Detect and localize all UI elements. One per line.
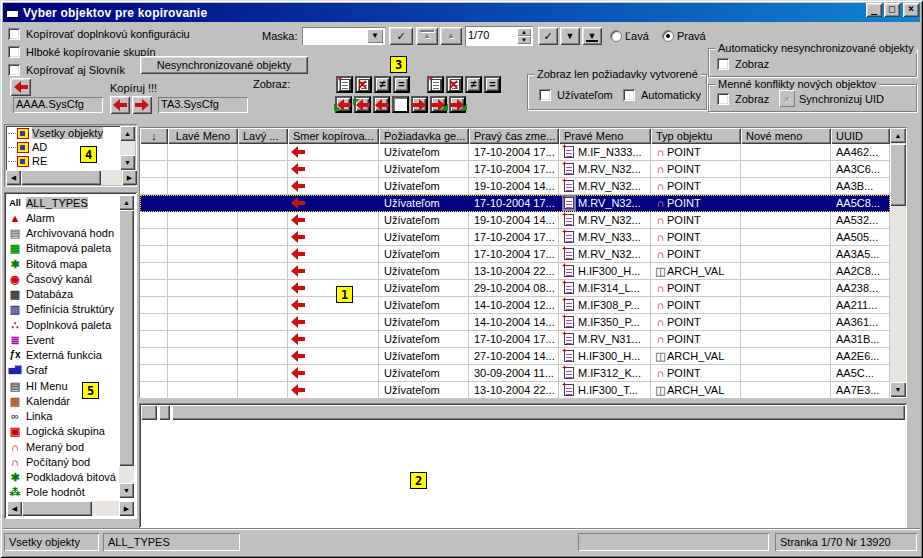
scroll-left-icon[interactable]: ◀ bbox=[6, 170, 21, 185]
filter-right-copy-button[interactable] bbox=[430, 96, 447, 113]
scroll-down-icon[interactable]: ▼ bbox=[890, 382, 906, 397]
M.RV_N32...[interactable]: Užívateľom 19-10-2004 14... M.RV_N32... … bbox=[140, 178, 890, 195]
time-channel-icon[interactable]: Časový kanál bbox=[7, 271, 121, 286]
scrollbar-thumb[interactable] bbox=[21, 170, 101, 185]
show-requests-button[interactable] bbox=[336, 76, 353, 93]
scroll-down-icon[interactable]: ▼ bbox=[119, 483, 134, 498]
filter-left-copy-button[interactable] bbox=[354, 96, 371, 113]
filter-none-button[interactable] bbox=[392, 96, 409, 113]
logical-group-icon[interactable]: Logická skupina bbox=[7, 424, 121, 439]
filter-auto-checkbox[interactable] bbox=[623, 89, 635, 101]
database-icon[interactable]: Databáza bbox=[7, 287, 121, 302]
event-icon[interactable]: Event bbox=[7, 332, 121, 347]
M.IF_N333...[interactable]: Užívateľom 17-10-2004 17... M.IF_N333...… bbox=[140, 144, 890, 161]
M.RV_N33...[interactable]: Užívateľom 17-10-2004 17... M.RV_N33... … bbox=[140, 229, 890, 246]
bitmap-palette-icon[interactable]: Bitmapová paleta bbox=[7, 241, 121, 256]
M.RV_N32...[interactable]: Užívateľom 17-10-2004 17... M.RV_N32... … bbox=[140, 246, 890, 263]
last-page-button[interactable]: ▼ bbox=[582, 27, 602, 45]
M.RV_N32...[interactable]: Užívateľom 17-10-2004 17... M.RV_N32... … bbox=[140, 161, 890, 178]
copy-dictionary-checkbox[interactable] bbox=[8, 64, 20, 76]
column-header[interactable]: Nové meno bbox=[741, 128, 831, 144]
M.IF314_L...[interactable]: Užívateľom 29-10-2004 08... M.IF314_L...… bbox=[140, 280, 890, 297]
show-requests-button-2[interactable] bbox=[427, 76, 444, 93]
mask-combobox[interactable]: ▼ bbox=[302, 27, 385, 45]
scrollbar-thumb[interactable] bbox=[119, 210, 134, 466]
type-horizontal-scrollbar[interactable]: ◀ ▶ bbox=[7, 501, 134, 516]
apply-mask-button[interactable]: ✓ bbox=[389, 27, 413, 45]
copy-direction-button[interactable] bbox=[10, 78, 31, 96]
filter-right-copy-new-button[interactable] bbox=[449, 96, 466, 113]
H.IF300_H...[interactable]: Užívateľom 13-10-2004 22... H.IF300_H...… bbox=[140, 263, 890, 280]
filter-left-button[interactable] bbox=[373, 96, 390, 113]
additional-palette-icon[interactable]: Doplnková paleta bbox=[7, 317, 121, 332]
maximize-button[interactable]: □ bbox=[884, 3, 900, 17]
hide-requests-button-2[interactable] bbox=[446, 76, 463, 93]
spin-down-icon[interactable]: ▼ bbox=[517, 36, 531, 44]
minimize-button[interactable]: _ bbox=[866, 3, 882, 17]
all-types-icon[interactable]: ALL_TYPES bbox=[7, 195, 121, 210]
column-header[interactable]: Lavé Meno bbox=[168, 128, 238, 144]
copy-config-checkbox[interactable] bbox=[8, 28, 20, 40]
spin-up-icon[interactable]: ▲ bbox=[517, 28, 531, 36]
link-icon[interactable]: Linka bbox=[7, 409, 121, 424]
scroll-right-icon[interactable]: ▶ bbox=[122, 170, 137, 185]
tree-item[interactable]: AD bbox=[6, 140, 120, 154]
scroll-up-icon[interactable]: ▲ bbox=[890, 128, 906, 143]
next-page-button[interactable]: ▼ bbox=[560, 27, 580, 45]
tree-horizontal-scrollbar[interactable]: ◀ ▶ bbox=[6, 170, 137, 185]
close-button[interactable]: × bbox=[903, 3, 919, 17]
alarm-icon[interactable]: Alarm bbox=[7, 210, 121, 225]
deep-copy-checkbox[interactable] bbox=[8, 46, 20, 58]
filter-user-checkbox[interactable] bbox=[539, 89, 551, 101]
mask-dropdown-icon[interactable]: ▼ bbox=[367, 29, 383, 43]
column-header[interactable]: Požiadavka ge... bbox=[379, 128, 469, 144]
column-header[interactable]: Typ objektu bbox=[651, 128, 741, 144]
auto-nonsync-show-checkbox[interactable] bbox=[717, 58, 729, 70]
computed-point-icon[interactable]: Počítaný bod bbox=[7, 454, 121, 469]
measured-point-icon[interactable]: Meraný bod bbox=[7, 439, 121, 454]
prev-page-button[interactable]: ▲ bbox=[440, 27, 462, 45]
right-side-radio[interactable] bbox=[662, 30, 674, 42]
M.RV_N31...[interactable]: Užívateľom 17-10-2004 17... M.RV_N31... … bbox=[140, 331, 890, 348]
bitmap-icon[interactable]: Bitová mapa bbox=[7, 256, 121, 271]
filter-right-button[interactable] bbox=[411, 96, 428, 113]
show-different-button-2[interactable]: ≠ bbox=[465, 76, 482, 93]
detail-header-cell[interactable] bbox=[172, 405, 905, 420]
archived-value-icon[interactable]: Archivovaná hodn bbox=[7, 226, 121, 241]
column-header[interactable]: Smer kopírova... bbox=[288, 128, 379, 144]
structure-definition-icon[interactable]: Definícia štruktúry bbox=[7, 302, 121, 317]
type-vertical-scrollbar[interactable]: ▲ ▼ bbox=[119, 195, 134, 498]
M.RV_N32...[interactable]: Užívateľom 17-10-2004 17... M.RV_N32... … bbox=[140, 195, 890, 212]
M.IF350_P...[interactable]: Užívateľom 14-10-2004 14... M.IF350_P...… bbox=[140, 314, 890, 331]
conflicts-show-checkbox[interactable] bbox=[717, 93, 729, 105]
hi-menu-icon[interactable]: HI Menu bbox=[7, 378, 121, 393]
column-header[interactable]: UUID bbox=[831, 128, 890, 144]
nonsynchronized-objects-button[interactable]: Nesynchronizované objekty bbox=[140, 56, 308, 74]
external-function-icon[interactable]: Externá funkcia bbox=[7, 348, 121, 363]
value-array-icon[interactable]: Pole hodnôt bbox=[7, 485, 121, 498]
table-vertical-scrollbar[interactable]: ▲ ▼ bbox=[890, 128, 906, 397]
background-bitmap-icon[interactable]: Podkladová bitová bbox=[7, 470, 121, 485]
scroll-down-icon[interactable]: ▼ bbox=[120, 155, 135, 170]
scroll-right-icon[interactable]: ▶ bbox=[119, 501, 134, 516]
hide-requests-button[interactable] bbox=[355, 76, 372, 93]
column-header[interactable]: Pravý čas zme... bbox=[469, 128, 559, 144]
detail-header-cell[interactable] bbox=[159, 405, 170, 420]
title-bar[interactable]: Vyber objektov pre kopirovanie bbox=[3, 3, 920, 22]
scroll-up-icon[interactable]: ▲ bbox=[119, 195, 134, 210]
scroll-up-icon[interactable]: ▲ bbox=[120, 126, 135, 141]
confirm-page-button[interactable]: ✓ bbox=[538, 27, 558, 45]
target-system-field[interactable]: TA3.SysCfg bbox=[158, 97, 248, 113]
filter-left-copy-new-button[interactable] bbox=[335, 96, 352, 113]
copy-left-button[interactable] bbox=[110, 96, 130, 114]
column-header[interactable]: Pravé Meno bbox=[559, 128, 651, 144]
show-equal-button-2[interactable]: = bbox=[484, 76, 501, 93]
H.IF300_T...[interactable]: Užívateľom 13-10-2004 22... H.IF300_T...… bbox=[140, 382, 890, 399]
graph-icon[interactable]: Graf bbox=[7, 363, 121, 378]
left-side-radio[interactable] bbox=[610, 30, 622, 42]
scrollbar-thumb[interactable] bbox=[890, 144, 906, 206]
show-equal-button[interactable]: = bbox=[393, 76, 410, 93]
scroll-left-icon[interactable]: ◀ bbox=[7, 501, 22, 516]
tree-item[interactable]: Vsetky objekty bbox=[6, 126, 120, 140]
first-page-button[interactable]: ▲ bbox=[416, 27, 438, 45]
